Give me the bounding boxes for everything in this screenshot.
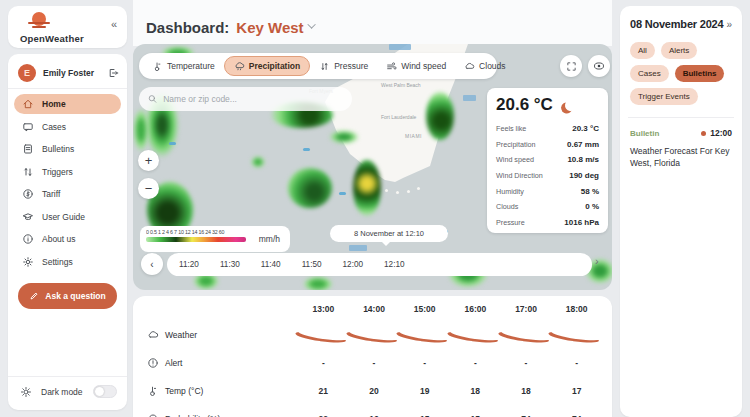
dark-mode-label: Dark mode (41, 387, 93, 397)
tab-clouds[interactable]: Clouds (455, 56, 514, 76)
cell-value: 18 (450, 386, 501, 396)
event-title: Weather Forecast For Key West, Florida (628, 145, 734, 170)
umbrella-icon (147, 413, 159, 417)
divider (8, 88, 127, 89)
map-detail (339, 192, 346, 195)
sidebar-item-label: Bulletins (42, 144, 74, 154)
search-icon (148, 94, 157, 104)
timeline-next-button[interactable]: › (595, 255, 599, 267)
precipitation-legend: 0 0.5 1 2 4 6 7 10 12 14 16 24 32 60 mm/… (140, 226, 290, 252)
metric-label: Clouds (496, 202, 518, 211)
divider (628, 117, 734, 118)
toggle-knob (95, 387, 104, 396)
timeline-tick[interactable]: 11:40 (261, 260, 281, 269)
sidebar-nav: Home Cases Bulletins Triggers Tariff Use… (14, 94, 121, 274)
timeline-tick[interactable]: 11:30 (220, 260, 240, 269)
map-city-label: West Palm Beach (381, 82, 421, 88)
row-label: Alert (165, 358, 182, 368)
sun-icon (20, 386, 32, 398)
event-time: 12:00 (710, 128, 732, 138)
cell-value: 19 (399, 386, 450, 396)
metric-value: 1016 hPa (564, 218, 599, 227)
metric-value: 10.8 m/s (567, 155, 599, 164)
map-search (139, 87, 352, 111)
fullscreen-button[interactable] (560, 55, 582, 77)
moon-icon (298, 331, 349, 339)
dark-mode-toggle[interactable] (93, 385, 117, 398)
fullscreen-icon (566, 61, 577, 72)
filter-chip-cases[interactable]: Cases (630, 65, 669, 82)
ask-question-button[interactable]: Ask a question (18, 283, 117, 309)
cell-value: - (298, 358, 349, 368)
timeline-tick[interactable]: 12:00 (343, 260, 364, 269)
map-label-chip (349, 245, 367, 251)
sidebar-item-cases[interactable]: Cases (14, 117, 121, 137)
sidebar-item-settings[interactable]: Settings (14, 252, 121, 272)
user-row[interactable]: E Emily Foster (18, 62, 119, 84)
brand-name: OpenWeather (20, 33, 84, 44)
panel-collapse-icon[interactable]: » (726, 19, 732, 30)
filter-chip-all[interactable]: All (630, 42, 655, 59)
table-row-weather: Weather (133, 322, 612, 348)
map-detail (303, 148, 310, 151)
sidebar-item-about[interactable]: About us (14, 229, 121, 249)
timeline-tick[interactable]: 11:50 (302, 260, 322, 269)
cloud-rain-icon (234, 61, 245, 72)
event-type-label: Bulletin (630, 129, 659, 138)
visibility-button[interactable] (588, 55, 610, 77)
sidebar-item-triggers[interactable]: Triggers (14, 162, 121, 182)
tab-precipitation[interactable]: Precipitation (224, 56, 310, 76)
tab-label: Pressure (334, 61, 368, 71)
tab-temperature[interactable]: Temperature (143, 56, 224, 76)
zoom-in-button[interactable]: + (138, 150, 159, 171)
row-label: Temp (°C) (165, 386, 203, 396)
current-temperature: 20.6 °C (496, 95, 553, 115)
table-row-probability: Probability (%) 22 16 15 15 74 74 (133, 406, 612, 417)
divider (8, 376, 127, 377)
sidebar-item-bulletins[interactable]: Bulletins (14, 139, 121, 159)
tab-label: Clouds (479, 61, 505, 71)
legend-gradient (146, 237, 246, 242)
dashboard-label: Dashboard: (146, 19, 229, 36)
cell-value: 21 (298, 386, 349, 396)
cell-value: 20 (349, 386, 400, 396)
timeline-tick[interactable]: 11:20 (179, 260, 199, 269)
precipitation-blob (288, 168, 332, 208)
sidebar-collapse-icon[interactable]: « (111, 18, 117, 30)
sidebar-item-label: Tariff (42, 189, 60, 199)
map-detail (169, 142, 176, 145)
metric-value: 58 % (581, 187, 599, 196)
graduation-cap-icon (22, 211, 34, 223)
event-item[interactable]: Bulletin 12:00 Weather Forecast For Key … (628, 128, 734, 170)
thermometer-icon (147, 385, 159, 397)
search-input[interactable] (163, 94, 343, 104)
events-panel: 08 November 2024 » All Alerts Cases Bull… (620, 6, 742, 417)
weather-map[interactable]: Fort Myers West Palm Beach Fort Lauderda… (133, 44, 612, 290)
info-icon (22, 233, 34, 245)
tab-wind-speed[interactable]: Wind speed (377, 56, 455, 76)
cell-value: - (501, 358, 552, 368)
filter-chip-alerts[interactable]: Alerts (661, 42, 697, 59)
map-label-chip (389, 44, 411, 50)
filter-chip-bulletins[interactable]: Bulletins (675, 65, 725, 82)
timeline-prev-button[interactable]: ‹ (141, 253, 163, 275)
metric-label: Wind Direction (496, 171, 543, 180)
tab-label: Precipitation (249, 61, 300, 71)
cell-value: - (551, 358, 602, 368)
zoom-out-button[interactable]: − (138, 178, 159, 199)
timeline-slider[interactable]: 11:20 11:30 11:40 11:50 12:00 12:10 (167, 253, 592, 276)
logout-icon[interactable] (107, 67, 119, 79)
sidebar-item-tariff[interactable]: Tariff (14, 184, 121, 204)
tab-pressure[interactable]: Pressure (310, 56, 377, 76)
sidebar-item-home[interactable]: Home (14, 94, 121, 114)
filter-chip-trigger-events[interactable]: Trigger Events (630, 88, 698, 105)
location-selector[interactable]: Key West (236, 19, 303, 36)
arrows-up-down-icon (22, 166, 34, 178)
moon-icon (501, 331, 552, 339)
sidebar-item-user-guide[interactable]: User Guide (14, 207, 121, 227)
timestamp-pointer (381, 241, 391, 246)
brand-card: OpenWeather « (8, 6, 127, 48)
legend-unit: mm/h (259, 234, 280, 244)
timeline-tick[interactable]: 12:10 (384, 260, 405, 269)
chevron-down-icon[interactable] (307, 20, 315, 28)
